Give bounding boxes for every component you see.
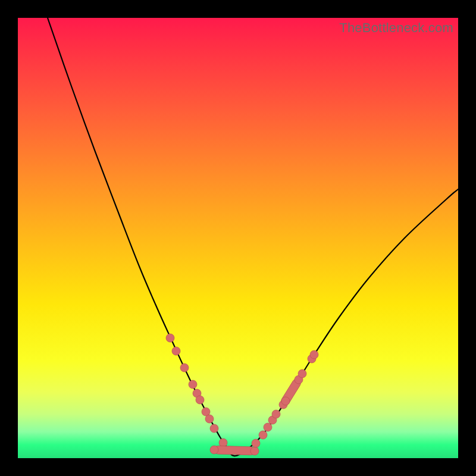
data-point-pill: [214, 446, 255, 455]
data-point: [264, 423, 272, 431]
data-point: [189, 380, 197, 389]
data-point: [210, 424, 218, 433]
data-point: [166, 334, 174, 342]
bottleneck-curve: [48, 18, 458, 456]
plot-area: TheBottleneck.com: [18, 18, 458, 458]
data-point: [219, 439, 227, 447]
data-point: [259, 431, 267, 439]
data-point: [172, 347, 180, 355]
data-point: [252, 439, 260, 447]
marker-layer: [166, 334, 318, 455]
data-point: [281, 397, 290, 405]
data-point: [272, 410, 280, 418]
data-point: [298, 369, 306, 378]
data-point: [196, 396, 204, 404]
data-point: [180, 364, 189, 372]
data-point: [250, 447, 259, 455]
curve-layer: [18, 18, 458, 458]
data-point: [310, 350, 318, 359]
chart-frame: TheBottleneck.com: [0, 0, 476, 476]
data-point: [205, 415, 214, 423]
data-point: [210, 446, 218, 454]
